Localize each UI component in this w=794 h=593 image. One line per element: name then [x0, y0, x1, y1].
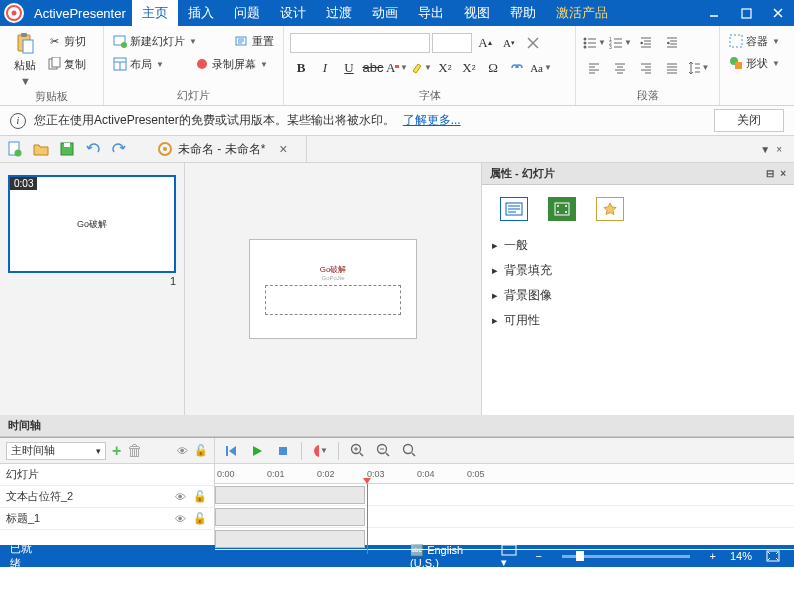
svg-rect-30: [64, 143, 70, 147]
cut-button[interactable]: ✂剪切: [44, 31, 89, 51]
lock-toggle[interactable]: 🔓: [192, 490, 208, 503]
properties-tab-star[interactable]: [596, 197, 624, 221]
section-availability[interactable]: 可用性: [492, 308, 784, 333]
decrease-font-button[interactable]: A▾: [498, 32, 520, 54]
case-button[interactable]: Aa▼: [530, 57, 552, 79]
font-family-combo[interactable]: [290, 33, 430, 53]
tab-insert[interactable]: 插入: [178, 0, 224, 26]
maximize-button[interactable]: [730, 0, 762, 26]
text-placeholder-box[interactable]: [265, 285, 401, 315]
minimize-button[interactable]: [698, 0, 730, 26]
paragraph-group-label: 段落: [582, 86, 713, 105]
canvas-area[interactable]: Go破解 GoPoJie: [185, 163, 482, 415]
play-button[interactable]: [249, 443, 265, 459]
tab-help[interactable]: 帮助: [500, 0, 546, 26]
zoom-slider[interactable]: [562, 555, 690, 558]
properties-tab-interactivity[interactable]: [548, 197, 576, 221]
underline-button[interactable]: U: [338, 57, 360, 79]
number-list-button[interactable]: 123▼: [608, 32, 632, 54]
tab-home[interactable]: 主页: [132, 0, 178, 26]
track-row-title[interactable]: 标题_1👁🔓: [0, 508, 214, 530]
font-size-combo[interactable]: [432, 33, 472, 53]
zoom-fit-button[interactable]: [401, 443, 417, 459]
learn-more-link[interactable]: 了解更多...: [403, 112, 461, 129]
tab-design[interactable]: 设计: [270, 0, 316, 26]
time-ruler[interactable]: 0:00 0:01 0:02 0:03 0:04 0:05: [215, 464, 794, 484]
close-button[interactable]: [762, 0, 794, 26]
bullet-list-button[interactable]: ▼: [582, 32, 606, 54]
clip-title[interactable]: [215, 530, 365, 548]
record-screen-button[interactable]: 录制屏幕▼: [192, 54, 271, 74]
align-right-button[interactable]: [634, 57, 658, 79]
zoom-out-button[interactable]: [375, 443, 391, 459]
paste-button[interactable]: 粘贴 ▼: [6, 28, 44, 87]
increase-indent-button[interactable]: [660, 32, 684, 54]
section-general[interactable]: 一般: [492, 233, 784, 258]
align-center-button[interactable]: [608, 57, 632, 79]
clear-format-button[interactable]: [522, 32, 544, 54]
clip-slide[interactable]: [215, 486, 365, 504]
new-file-icon[interactable]: [6, 140, 24, 158]
superscript-button[interactable]: X2: [434, 57, 456, 79]
shape-button[interactable]: 形状▼: [726, 53, 792, 73]
slide-canvas[interactable]: Go破解 GoPoJie: [249, 239, 417, 339]
track-row-slide[interactable]: 幻灯片: [0, 464, 214, 486]
document-tab-close[interactable]: ×: [271, 141, 295, 157]
lock-toggle[interactable]: 🔓: [192, 512, 208, 525]
copy-button[interactable]: 复制: [44, 54, 89, 74]
highlight-button[interactable]: ▼: [410, 57, 432, 79]
timeline-select[interactable]: 主时间轴: [6, 442, 106, 460]
align-left-button[interactable]: [582, 57, 606, 79]
add-track-icon[interactable]: +: [112, 442, 121, 460]
zoom-in-status[interactable]: +: [706, 550, 720, 562]
clip-text[interactable]: [215, 508, 365, 526]
decrease-indent-button[interactable]: [634, 32, 658, 54]
remove-track-icon[interactable]: 🗑: [127, 442, 143, 460]
close-panel-icon[interactable]: ×: [776, 144, 782, 155]
bold-button[interactable]: B: [290, 57, 312, 79]
tab-view[interactable]: 视图: [454, 0, 500, 26]
slide-thumbnail[interactable]: 0:03 Go破解: [8, 175, 176, 273]
tab-activate[interactable]: 激活产品: [546, 0, 618, 26]
visibility-toggle[interactable]: 👁: [172, 513, 188, 525]
zoom-percent[interactable]: 14%: [730, 550, 752, 562]
container-button[interactable]: 容器▼: [726, 31, 792, 51]
collapse-icon[interactable]: ▼: [760, 144, 770, 155]
line-spacing-button[interactable]: ▼: [686, 57, 710, 79]
tab-animation[interactable]: 动画: [362, 0, 408, 26]
redo-icon[interactable]: ▼: [110, 140, 128, 158]
unpin-icon[interactable]: ⊟: [766, 168, 774, 179]
section-bgfill[interactable]: 背景填充: [492, 258, 784, 283]
justify-button[interactable]: [660, 57, 684, 79]
stop-button[interactable]: [275, 443, 291, 459]
zoom-out-status[interactable]: −: [531, 550, 545, 562]
info-close-button[interactable]: 关闭: [714, 109, 784, 132]
undo-icon[interactable]: ▼: [84, 140, 102, 158]
increase-font-button[interactable]: A▴: [474, 32, 496, 54]
section-bgimage[interactable]: 背景图像: [492, 283, 784, 308]
layout-button[interactable]: 布局▼: [110, 54, 190, 74]
strikethrough-button[interactable]: abc: [362, 57, 384, 79]
playhead[interactable]: [367, 484, 368, 554]
font-color-button[interactable]: A▼: [386, 57, 408, 79]
italic-button[interactable]: I: [314, 57, 336, 79]
close-panel-icon[interactable]: ×: [780, 168, 786, 179]
record-button[interactable]: !▼: [312, 443, 328, 459]
reset-button[interactable]: 重置: [232, 31, 277, 51]
visibility-toggle[interactable]: 👁: [172, 491, 188, 503]
go-start-button[interactable]: [223, 443, 239, 459]
save-icon[interactable]: [58, 140, 76, 158]
new-slide-button[interactable]: 新建幻灯片▼: [110, 31, 230, 51]
document-tab[interactable]: 未命名 - 未命名* ×: [148, 136, 307, 163]
fit-button[interactable]: [762, 550, 784, 562]
tab-transition[interactable]: 过渡: [316, 0, 362, 26]
tab-export[interactable]: 导出: [408, 0, 454, 26]
zoom-in-button[interactable]: [349, 443, 365, 459]
subscript-button[interactable]: X2: [458, 57, 480, 79]
omega-button[interactable]: Ω: [482, 57, 504, 79]
open-file-icon[interactable]: [32, 140, 50, 158]
tab-question[interactable]: 问题: [224, 0, 270, 26]
properties-tab-slide[interactable]: [500, 197, 528, 221]
track-row-text[interactable]: 文本占位符_2👁🔓: [0, 486, 214, 508]
link-button[interactable]: [506, 57, 528, 79]
